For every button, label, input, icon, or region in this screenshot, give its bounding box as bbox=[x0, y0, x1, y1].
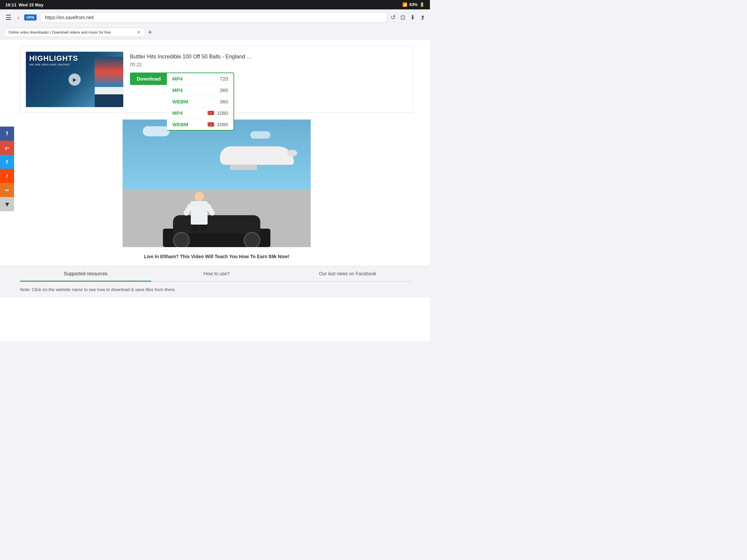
status-time-area: 16:11 Wed 15 May bbox=[5, 2, 43, 7]
format-item-webm-1080[interactable]: WEBM 🔇 1080 bbox=[167, 119, 233, 130]
menu-button[interactable]: ☰ bbox=[4, 12, 13, 23]
status-time: 16:11 bbox=[5, 2, 17, 7]
back-button[interactable]: ‹ bbox=[16, 13, 21, 23]
format-dropdown: MP4 720 MP4 360 WEBM 360 MP4 bbox=[167, 73, 234, 131]
facebook-share-button[interactable]: f bbox=[0, 127, 14, 141]
ad-person-body bbox=[191, 201, 208, 224]
social-sidebar: f g+ t r su ▾ bbox=[0, 127, 14, 211]
battery-icon: 🔋 bbox=[419, 2, 424, 7]
ad-cloud-2 bbox=[250, 131, 271, 139]
active-tab[interactable]: Online video downloader | Download video… bbox=[4, 28, 145, 37]
ad-person bbox=[190, 192, 208, 229]
twitter-share-button[interactable]: t bbox=[0, 155, 14, 169]
ad-wheel-right bbox=[243, 232, 260, 247]
ad-clouds bbox=[143, 126, 170, 136]
ad-leg-right bbox=[200, 224, 207, 230]
ad-jet bbox=[220, 146, 294, 165]
ad-car-roof bbox=[173, 215, 260, 234]
download-button[interactable]: Download bbox=[130, 73, 168, 85]
download-section: Download MP4 720 MP4 360 WEBM bbox=[130, 73, 407, 85]
tab-content: Note: Click on the website name to see h… bbox=[20, 282, 413, 297]
ad-jet-wing bbox=[230, 164, 257, 170]
nav-bar: ☰ ‹ VPN https://en.savefrom.net/ ↺ ⊡ ⬇ ⮭ bbox=[0, 9, 430, 26]
reddit-icon: r bbox=[6, 173, 8, 179]
battery-level: 63% bbox=[409, 2, 417, 7]
tab-supported-resources[interactable]: Supported resources bbox=[20, 266, 151, 281]
nav-actions: ↺ ⊡ ⬇ ⮭ bbox=[391, 14, 426, 21]
video-card: HIGHLIGHTS WE ARE ENGLAND CRICKET ▶ Butt… bbox=[20, 46, 413, 113]
reddit-share-button[interactable]: r bbox=[0, 169, 14, 183]
url-text: https://en.savefrom.net/ bbox=[45, 15, 94, 20]
video-duration: 05:22 bbox=[130, 62, 407, 67]
browser-chrome: ☰ ‹ VPN https://en.savefrom.net/ ↺ ⊡ ⬇ ⮭… bbox=[0, 9, 430, 39]
stumble-share-button[interactable]: su bbox=[0, 183, 14, 197]
status-date: Wed 15 May bbox=[19, 2, 43, 7]
tab-facebook-news[interactable]: Our last news on Facebook bbox=[282, 266, 413, 281]
bottom-tabs: Supported resources How to use? Our last… bbox=[0, 266, 430, 297]
more-share-button[interactable]: ▾ bbox=[0, 197, 14, 211]
more-icon: ▾ bbox=[5, 200, 9, 208]
tab-title: Online video downloader | Download video… bbox=[8, 30, 111, 34]
ad-wheel-left bbox=[173, 232, 190, 247]
ad-person-legs bbox=[190, 224, 208, 230]
download-icon[interactable]: ⬇ bbox=[410, 14, 415, 21]
video-thumbnail: HIGHLIGHTS WE ARE ENGLAND CRICKET ▶ bbox=[26, 52, 123, 107]
play-button[interactable]: ▶ bbox=[69, 74, 81, 86]
tabs-nav: Supported resources How to use? Our last… bbox=[20, 266, 413, 282]
ad-car bbox=[163, 217, 271, 247]
vpn-badge[interactable]: VPN bbox=[24, 15, 36, 21]
facebook-icon: f bbox=[6, 131, 8, 137]
video-title: Buttler Hits Incredible 100 Off 50 Balls… bbox=[130, 53, 407, 60]
tab-how-to-use[interactable]: How to use? bbox=[151, 266, 282, 281]
ad-leg-left bbox=[192, 224, 199, 230]
ad-jet-engine bbox=[287, 150, 297, 156]
muted-icon-1: 🔇 bbox=[208, 111, 214, 115]
status-indicators: 📶 63% 🔋 bbox=[403, 2, 424, 7]
tab-content-text: Note: Click on the website name to see h… bbox=[20, 287, 176, 292]
tab-bar: Online video downloader | Download video… bbox=[0, 26, 430, 39]
bookmark-icon[interactable]: ⊡ bbox=[401, 14, 405, 21]
status-bar: 16:11 Wed 15 May 📶 63% 🔋 bbox=[0, 0, 430, 9]
twitter-icon: t bbox=[6, 159, 8, 165]
page-content: f g+ t r su ▾ HIGHLIGHTS WE ARE ENGLAND … bbox=[0, 39, 430, 342]
ad-person-head bbox=[195, 192, 204, 201]
ad-caption[interactable]: Live In Eltham? This Video Will Teach Yo… bbox=[20, 254, 413, 259]
close-tab-button[interactable]: ✕ bbox=[137, 30, 141, 35]
format-item-mp4-720[interactable]: MP4 720 bbox=[167, 73, 233, 85]
wifi-icon: 📶 bbox=[403, 2, 407, 7]
google-plus-share-button[interactable]: g+ bbox=[0, 141, 14, 155]
main-content: HIGHLIGHTS WE ARE ENGLAND CRICKET ▶ Butt… bbox=[0, 39, 430, 304]
format-item-mp4-360[interactable]: MP4 360 bbox=[167, 85, 233, 96]
player-silhouette bbox=[95, 57, 123, 107]
format-item-webm-360[interactable]: WEBM 360 bbox=[167, 96, 233, 107]
ad-banner[interactable] bbox=[123, 119, 311, 247]
reload-icon[interactable]: ↺ bbox=[391, 14, 396, 21]
stumble-icon: su bbox=[5, 188, 9, 192]
google-plus-icon: g+ bbox=[5, 146, 9, 150]
format-item-mp4-1080[interactable]: MP4 🔇 1080 bbox=[167, 107, 233, 119]
muted-icon-2: 🔇 bbox=[208, 122, 214, 127]
video-info: Buttler Hits Incredible 100 Off 50 Balls… bbox=[130, 52, 407, 85]
ad-image bbox=[123, 119, 311, 247]
url-bar[interactable]: https://en.savefrom.net/ bbox=[40, 12, 387, 23]
add-tab-button[interactable]: + bbox=[148, 28, 152, 36]
share-icon[interactable]: ⮭ bbox=[420, 14, 426, 21]
